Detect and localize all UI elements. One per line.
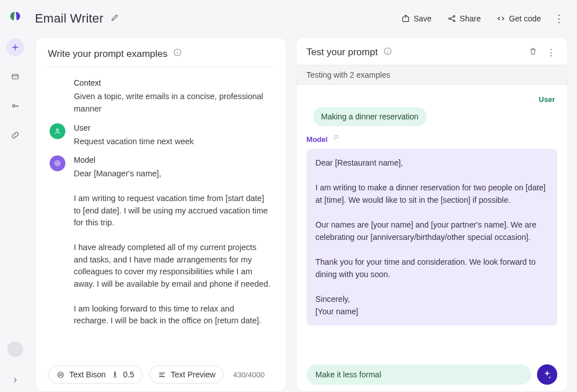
user-role-icon	[50, 123, 65, 139]
svg-point-7	[56, 163, 59, 165]
top-bar: Email Writer Save Share Get code ⋮	[35, 7, 568, 30]
test-banner: Testing with 2 examples	[296, 65, 567, 85]
share-button[interactable]: Share	[443, 11, 485, 26]
user-role-label: User	[74, 123, 270, 132]
svg-point-4	[453, 20, 455, 22]
model-example-body[interactable]: Dear [Manager's name], I am writing to r…	[74, 168, 270, 341]
user-example-body[interactable]: Request vacation time next week	[74, 136, 270, 148]
test-model-message: Dear [Restaurant name], I am writing to …	[307, 149, 557, 326]
product-logo	[8, 10, 23, 27]
prompt-examples-heading: Write your prompt examples	[48, 48, 167, 60]
get-code-label: Get code	[509, 14, 541, 23]
test-prompt-heading: Test your prompt	[307, 47, 378, 58]
save-label: Save	[414, 14, 432, 23]
flag-icon[interactable]	[333, 134, 341, 144]
link-nav-icon[interactable]	[6, 126, 24, 144]
test-model-label: Model	[307, 135, 328, 144]
temperature-value: 0.5	[123, 370, 134, 379]
new-prompt-button[interactable]	[6, 38, 24, 56]
info-icon[interactable]	[383, 47, 392, 58]
svg-point-3	[453, 16, 455, 17]
model-role-icon	[50, 155, 65, 171]
token-count: 430/4000	[233, 371, 264, 379]
svg-rect-0	[12, 74, 19, 79]
info-icon[interactable]	[173, 48, 182, 60]
preview-label: Text Preview	[171, 370, 215, 379]
context-label: Context	[74, 78, 270, 87]
test-user-message: Making a dinner reservation	[313, 107, 427, 126]
model-name: Text Bison	[69, 370, 106, 379]
share-label: Share	[460, 14, 481, 23]
model-role-label: Model	[74, 155, 270, 164]
test-prompt-panel: Test your prompt ⋮ Testing with 2 exampl…	[296, 37, 568, 392]
collapse-rail-button[interactable]	[11, 376, 19, 386]
thermometer-icon	[110, 371, 119, 379]
svg-point-8	[55, 161, 60, 166]
send-button[interactable]	[537, 364, 557, 385]
context-body[interactable]: Given a topic, write emails in a concise…	[74, 91, 270, 115]
inbox-nav-icon[interactable]	[6, 68, 24, 86]
test-user-label: User	[307, 95, 555, 104]
preview-selector[interactable]: Text Preview	[149, 366, 224, 384]
account-avatar[interactable]	[7, 341, 23, 357]
prompt-examples-panel: Write your prompt examples Context Given…	[35, 37, 287, 392]
footer-controls: Text Bison 0.5 Text Preview 430/4000	[48, 366, 274, 384]
panel-more-button[interactable]: ⋮	[545, 47, 557, 58]
svg-point-2	[449, 18, 450, 20]
key-nav-icon[interactable]	[6, 97, 24, 115]
svg-point-10	[58, 372, 64, 377]
delete-button[interactable]	[527, 47, 539, 58]
left-nav-rail	[0, 0, 30, 392]
svg-point-1	[12, 105, 15, 107]
get-code-button[interactable]: Get code	[492, 11, 545, 26]
more-menu-button[interactable]: ⋮	[552, 12, 566, 25]
svg-point-9	[60, 373, 61, 375]
svg-point-6	[56, 128, 59, 131]
save-button[interactable]: Save	[397, 11, 436, 26]
model-selector[interactable]: Text Bison 0.5	[48, 366, 143, 384]
rename-button[interactable]	[110, 13, 119, 24]
page-title: Email Writer	[35, 11, 104, 26]
compose-input[interactable]: Make it less formal	[307, 364, 531, 385]
